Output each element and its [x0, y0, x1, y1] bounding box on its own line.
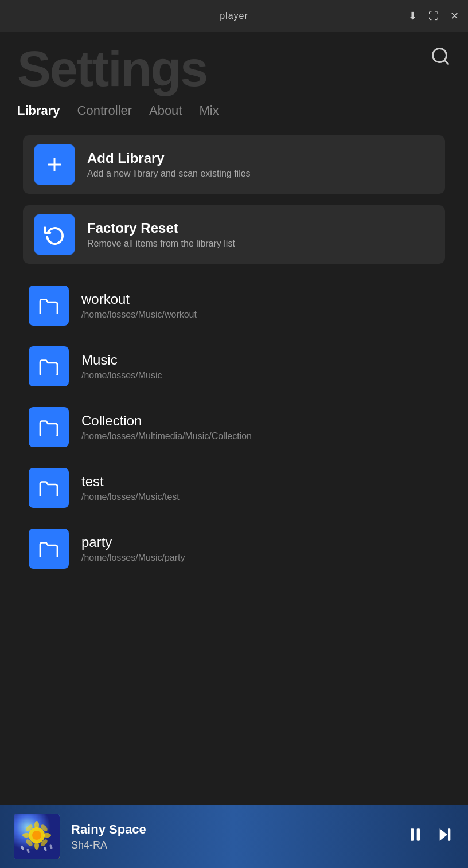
player-bar: Rainy Space Sh4-RA: [0, 805, 468, 868]
svg-point-8: [34, 842, 39, 850]
factory-reset-title: Factory Reset: [87, 220, 235, 236]
library-name-workout: workout: [81, 291, 197, 307]
library-item-party[interactable]: party /home/losses/Music/party: [23, 518, 445, 579]
folder-icon-collection: [29, 407, 69, 447]
content-area: Add Library Add a new library and scan e…: [0, 130, 468, 579]
artist-name: Sh4-RA: [71, 839, 406, 851]
library-name-music: Music: [81, 352, 162, 368]
library-path-party: /home/losses/Music/party: [81, 553, 185, 563]
library-path-music: /home/losses/Music: [81, 370, 162, 381]
tab-about[interactable]: About: [149, 103, 182, 118]
pause-button[interactable]: [406, 826, 424, 848]
library-name-test: test: [81, 474, 180, 490]
tab-library[interactable]: Library: [17, 103, 60, 118]
svg-marker-21: [440, 828, 447, 840]
settings-title-area: Settings: [0, 32, 468, 94]
factory-reset-button[interactable]: Factory Reset Remove all items from the …: [23, 205, 445, 264]
library-item-test[interactable]: test /home/losses/Music/test: [23, 458, 445, 518]
svg-point-6: [32, 831, 41, 840]
download-icon[interactable]: ⬇: [408, 10, 417, 22]
library-item-music[interactable]: Music /home/losses/Music: [23, 336, 445, 397]
nav-tabs: Library Controller About Mix: [0, 94, 468, 130]
folder-icon-music: [29, 346, 69, 386]
page-title: Settings: [17, 44, 451, 94]
factory-reset-icon: [34, 214, 75, 255]
title-bar: player ⬇ ⛶ ✕: [0, 0, 468, 32]
svg-rect-19: [411, 828, 414, 840]
svg-line-1: [444, 60, 448, 64]
add-library-title: Add Library: [87, 150, 251, 166]
search-button[interactable]: [430, 46, 451, 69]
add-library-button[interactable]: Add Library Add a new library and scan e…: [23, 135, 445, 194]
expand-icon[interactable]: ⛶: [428, 10, 439, 22]
svg-point-7: [34, 821, 39, 829]
window-controls: ⬇ ⛶ ✕: [408, 10, 459, 22]
svg-rect-22: [448, 828, 450, 840]
svg-rect-20: [417, 828, 420, 840]
library-item-collection[interactable]: Collection /home/losses/Multimedia/Music…: [23, 397, 445, 458]
folder-icon-party: [29, 529, 69, 569]
player-info: Rainy Space Sh4-RA: [71, 822, 406, 851]
add-library-icon: [34, 144, 75, 185]
svg-point-9: [22, 833, 30, 838]
app-title: player: [220, 11, 248, 21]
library-item-workout[interactable]: workout /home/losses/Music/workout: [23, 275, 445, 336]
library-path-collection: /home/losses/Multimedia/Music/Collection: [81, 431, 252, 441]
svg-point-10: [43, 833, 51, 838]
tab-controller[interactable]: Controller: [77, 103, 132, 118]
library-name-party: party: [81, 534, 185, 550]
next-button[interactable]: [436, 826, 454, 848]
library-name-collection: Collection: [81, 413, 252, 429]
album-art: [14, 814, 60, 859]
player-controls: [406, 826, 454, 848]
library-path-workout: /home/losses/Music/workout: [81, 310, 197, 320]
add-library-subtitle: Add a new library and scan existing file…: [87, 169, 251, 179]
tab-mix[interactable]: Mix: [199, 103, 219, 118]
track-name: Rainy Space: [71, 822, 406, 837]
factory-reset-subtitle: Remove all items from the library list: [87, 238, 235, 249]
library-path-test: /home/losses/Music/test: [81, 492, 180, 502]
folder-icon-test: [29, 468, 69, 508]
close-icon[interactable]: ✕: [450, 10, 459, 22]
folder-icon-workout: [29, 286, 69, 326]
